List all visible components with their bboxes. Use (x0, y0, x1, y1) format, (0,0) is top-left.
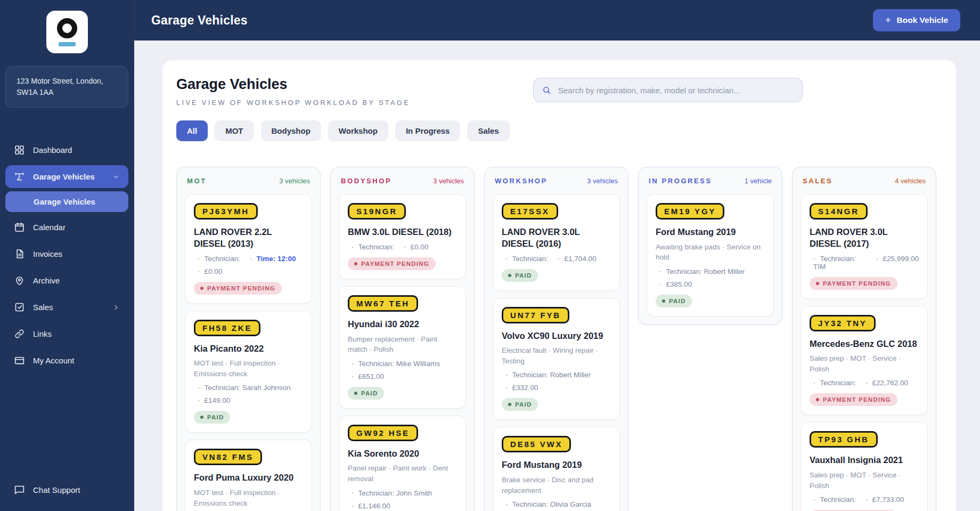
meta-item: Technician: (813, 379, 856, 387)
page-subtitle: LIVE VIEW OF WORKSHOP WORKLOAD BY STAGE (176, 99, 410, 107)
garage-address: 123 Motor Street, London, SW1A 1AA (5, 66, 128, 108)
vehicle-card[interactable]: S14NGRLAND ROVER 3.0L DIESEL (2017)Techn… (801, 194, 928, 299)
status-badge: PAID (502, 269, 538, 282)
vehicle-title: Kia Picanto 2022 (194, 343, 303, 355)
meta-row: Technician:£1,704.00 (502, 255, 611, 263)
status-badge-row: PAYMENT PENDING (348, 251, 457, 270)
meta-item: £0.00 (198, 267, 222, 275)
meta-item: Technician: Robert Miller (505, 371, 591, 379)
sidebar-item-my-account[interactable]: My Account (5, 349, 128, 372)
meta-row: Technician: Olivia Garcia (502, 500, 611, 508)
vehicle-card[interactable]: DE85 VWXFord Mustang 2019Brake service ·… (493, 427, 620, 511)
tab-mot[interactable]: MOT (215, 120, 254, 141)
sidebar-item-dashboard[interactable]: Dashboard (5, 139, 128, 161)
logo-bar-icon (59, 42, 76, 46)
license-plate: FH58 ZKE (194, 320, 260, 336)
service-description: Sales prep · MOT · Service · Polish (810, 470, 919, 491)
vehicle-card[interactable]: VN82 FMSFord Puma Luxury 2020MOT test · … (185, 440, 312, 511)
tab-bodyshop[interactable]: Bodyshop (261, 120, 321, 141)
service-description: Brake service · Disc and pad replacement (502, 475, 611, 496)
kanban-board: MOT3 vehiclesPJ63YMHLAND ROVER 2.2L DIES… (176, 167, 942, 511)
vehicle-card[interactable]: EM19 YGYFord Mustang 2019Awaiting brake … (647, 194, 774, 317)
meta-item: Technician: (198, 255, 240, 263)
sidebar-item-label: Invoices (33, 249, 62, 258)
column-in-progress: IN PROGRESS1 vehicleEM19 YGYFord Mustang… (638, 167, 782, 325)
status-badge-row: PAYMENT PENDING (810, 387, 919, 406)
status-badge: PAID (348, 387, 384, 400)
sidebar-item-invoices[interactable]: Invoices (5, 242, 128, 265)
column-title: IN PROGRESS (649, 177, 712, 185)
meta-item: Technician: Olivia Garcia (505, 500, 591, 508)
search-input[interactable] (557, 85, 794, 95)
meta-item: £149.00 (198, 396, 230, 404)
meta-item: Technician: Robert Miller (659, 267, 745, 275)
link-icon (14, 328, 25, 339)
column-count: 3 vehicles (279, 177, 310, 185)
stage-filter-tabs: AllMOTBodyshopWorkshopIn ProgressSales (176, 120, 942, 141)
vehicle-title: Kia Sorento 2020 (348, 448, 457, 460)
meta-item: Technician: TIM (813, 255, 867, 271)
invoice-icon (14, 248, 25, 259)
vehicle-card[interactable]: MW67 TEHHyundai i30 2022Bumper replaceme… (339, 286, 466, 409)
logo-ring-icon (57, 18, 77, 38)
sidebar-item-archive[interactable]: Archive (5, 269, 128, 292)
sidebar-item-garage-vehicles[interactable]: Garage Vehicles (5, 165, 128, 188)
tab-all[interactable]: All (176, 120, 208, 141)
sidebar-item-calendar[interactable]: Calendar (5, 216, 128, 239)
service-description: MOT test · Full inspection · Emissions c… (194, 488, 303, 508)
vehicle-card[interactable]: S19NGRBMW 3.0L DIESEL (2018)Technician:£… (339, 194, 466, 279)
sidebar-item-label: Calendar (33, 223, 66, 232)
vehicle-card[interactable]: PJ63YMHLAND ROVER 2.2L DIESEL (2013)Tech… (185, 194, 312, 304)
main-area: Garage Vehicles + Book Vehicle Garage Ve… (134, 0, 980, 511)
service-description: Awaiting brake pads · Service on hold (656, 242, 765, 263)
meta-row: £0.00 (194, 267, 303, 275)
plus-icon: + (885, 15, 891, 25)
license-plate: S19NGR (348, 203, 406, 220)
vehicle-title: LAND ROVER 3.0L DIESEL (2016) (502, 226, 611, 250)
content-area: Garage Vehicles LIVE VIEW OF WORKSHOP WO… (134, 40, 980, 511)
vehicle-card[interactable]: TP93 GHBVauxhall Insignia 2021Sales prep… (801, 422, 928, 511)
license-plate: VN82 FMS (194, 449, 262, 465)
meta-item: £1,146.00 (352, 502, 390, 510)
meta-row: Technician:£7,733.00 (810, 496, 919, 504)
sidebar-item-label: Sales (33, 303, 53, 312)
license-plate: JY32 TNY (810, 315, 876, 331)
book-vehicle-button[interactable]: + Book Vehicle (873, 9, 960, 31)
license-plate: EM19 YGY (656, 203, 724, 220)
sidebar-item-chat-support[interactable]: Chat Support (5, 478, 128, 501)
sidebar-item-links[interactable]: Links (5, 322, 128, 345)
meta-item: Technician: Sarah Johnson (198, 384, 291, 392)
status-badge-row: PAID (502, 263, 611, 282)
sidebar-item-garage-vehicles-sub[interactable]: Garage Vehicles (5, 191, 128, 212)
tab-workshop[interactable]: Workshop (328, 120, 388, 141)
meta-row: £1,146.00 (348, 502, 457, 510)
column-header: WORKSHOP3 vehicles (493, 176, 620, 187)
meta-item: £1,704.00 (558, 255, 597, 263)
sidebar-item-label: Garage Vehicles (33, 172, 95, 181)
status-badge: PAYMENT PENDING (810, 393, 897, 406)
tab-in-progress[interactable]: In Progress (395, 120, 461, 141)
sidebar-item-label: My Account (33, 356, 75, 365)
service-description: MOT test · Full inspection · Emissions c… (194, 358, 303, 379)
vehicle-title: Hyundai i30 2022 (348, 319, 457, 330)
meta-row: Technician:Time: 12:00 (194, 255, 303, 263)
sidebar-item-sales[interactable]: Sales (5, 296, 128, 319)
vehicle-title: Volvo XC90 Luxury 2019 (502, 330, 611, 342)
column-title: BODYSHOP (341, 177, 391, 185)
chevron-right-icon (112, 304, 120, 311)
vehicle-card[interactable]: JY32 TNYMercedes-Benz GLC 2018Sales prep… (801, 306, 928, 416)
vehicle-card[interactable]: FH58 ZKEKia Picanto 2022MOT test · Full … (185, 311, 312, 433)
tab-sales[interactable]: Sales (467, 120, 509, 141)
search-bar (533, 78, 803, 102)
column-count: 3 vehicles (433, 177, 464, 185)
meta-item: £7,733.00 (865, 496, 904, 504)
status-badge: PAYMENT PENDING (194, 282, 282, 295)
company-logo (46, 11, 88, 53)
vehicle-card[interactable]: GW92 HSEKia Sorento 2020Panel repair · P… (339, 416, 466, 511)
meta-item: £385.00 (659, 280, 692, 288)
column-header: SALES4 vehicles (801, 176, 928, 187)
meta-item: Technician: (352, 243, 394, 251)
vehicle-card[interactable]: E17SSXLAND ROVER 3.0L DIESEL (2016)Techn… (493, 194, 620, 291)
vehicle-title: LAND ROVER 2.2L DIESEL (2013) (194, 226, 303, 250)
vehicle-card[interactable]: UN77 FYBVolvo XC90 Luxury 2019Electrical… (493, 298, 620, 420)
